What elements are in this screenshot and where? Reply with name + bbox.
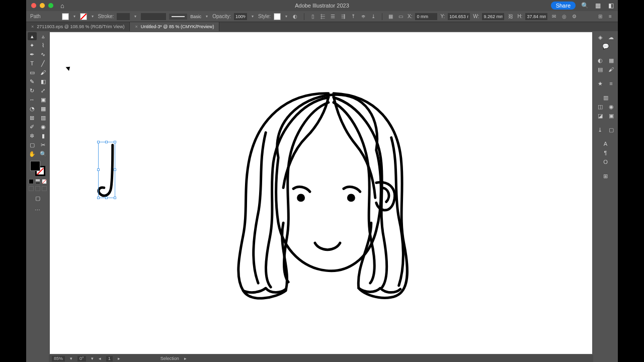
opentype-panel-icon[interactable]: O xyxy=(602,158,610,166)
search-icon[interactable]: 🔍 xyxy=(581,2,589,9)
pref-icon[interactable]: ⚙ xyxy=(571,13,578,20)
zoom-tool[interactable]: 🔍 xyxy=(39,150,48,158)
fill-swatch[interactable] xyxy=(62,13,69,20)
status-menu-icon[interactable]: ▸ xyxy=(184,356,187,361)
align-right-icon[interactable]: ⇶ xyxy=(340,13,347,20)
artboard-number[interactable]: 1 xyxy=(106,356,113,361)
fill-dropdown-icon[interactable]: ▾ xyxy=(72,14,77,19)
draw-normal-icon[interactable] xyxy=(29,186,34,191)
paintbrush-tool[interactable]: 🖌 xyxy=(39,68,48,76)
document-tab[interactable]: × 2711903.eps @ 108.98 % (RGB/Trim View) xyxy=(26,22,130,31)
brush-definition[interactable] xyxy=(169,14,187,20)
properties-panel-icon[interactable]: ◈ xyxy=(596,33,604,41)
align-left-icon[interactable]: ⬱ xyxy=(319,13,327,20)
eyedropper-tool[interactable]: ✐ xyxy=(28,123,37,131)
line-tool[interactable]: ╱ xyxy=(39,59,48,67)
blend-tool[interactable]: ◉ xyxy=(39,123,48,131)
symbol-sprayer-tool[interactable]: ✲ xyxy=(28,132,37,140)
artboard-next-icon[interactable]: ▸ xyxy=(118,356,120,361)
envelope-icon[interactable]: ✉ xyxy=(550,13,557,20)
stroke-weight-dd-icon[interactable]: ▾ xyxy=(133,14,138,19)
layers-panel-icon[interactable]: ▣ xyxy=(607,112,615,120)
edit-toolbar-icon[interactable]: ⋯ xyxy=(33,206,42,214)
artboard-prev-icon[interactable]: ◂ xyxy=(99,356,101,361)
curvature-tool[interactable]: ∿ xyxy=(39,50,48,58)
align-bottom-icon[interactable]: ⤓ xyxy=(370,13,377,20)
symbols-panel-icon[interactable]: ★ xyxy=(596,79,604,87)
comments-panel-icon[interactable]: 💬 xyxy=(602,42,610,50)
canvas-area[interactable] xyxy=(49,31,593,355)
stroke-panel-icon[interactable]: ≡ xyxy=(607,79,615,87)
artboard[interactable] xyxy=(50,32,592,354)
align-vcenter-icon[interactable]: ≑ xyxy=(360,13,367,20)
transparency-panel-icon[interactable]: ◫ xyxy=(596,103,604,111)
isolate-icon[interactable]: ◎ xyxy=(560,13,568,20)
minimize-window-button[interactable] xyxy=(40,3,45,8)
link-wh-icon[interactable]: ⛓ xyxy=(507,13,514,20)
style-dd-icon[interactable]: ▾ xyxy=(284,14,289,19)
document-tab[interactable]: × Untitled-3* @ 85 % (CMYK/Preview) xyxy=(130,22,219,31)
character-panel-icon[interactable]: A xyxy=(602,140,610,148)
perspective-tool[interactable]: ▦ xyxy=(39,105,48,113)
align-panel-icon[interactable]: ⊞ xyxy=(602,172,610,180)
stroke-weight-input[interactable] xyxy=(117,13,130,20)
graphic-styles-icon[interactable]: ◪ xyxy=(596,112,604,120)
panel-menu-icon[interactable]: ≡ xyxy=(607,13,614,20)
draw-behind-icon[interactable] xyxy=(35,186,40,191)
snap-options-icon[interactable]: ⊞ xyxy=(597,13,604,20)
shape-builder-tool[interactable]: ◔ xyxy=(28,105,37,113)
home-icon[interactable]: ⌂ xyxy=(60,2,64,10)
style-swatch[interactable] xyxy=(274,13,281,20)
none-mode-icon[interactable] xyxy=(42,179,47,184)
y-input[interactable] xyxy=(448,13,470,20)
brushes-panel-icon[interactable]: 🖌 xyxy=(607,65,615,73)
gradient-panel-icon[interactable]: ▥ xyxy=(602,94,610,102)
rotate-view[interactable]: 0° xyxy=(77,356,86,361)
type-tool[interactable]: T xyxy=(28,59,37,67)
appearance-panel-icon[interactable]: ◉ xyxy=(607,103,615,111)
color-panel-icon[interactable]: ◐ xyxy=(596,56,604,64)
transform-icon[interactable]: ▦ xyxy=(387,13,394,20)
column-graph-tool[interactable]: ▮ xyxy=(39,132,48,140)
mesh-tool[interactable]: ⊞ xyxy=(28,114,37,122)
x-input[interactable] xyxy=(415,13,437,20)
width-tool[interactable]: ↔ xyxy=(28,96,37,104)
selection-bounding-box[interactable] xyxy=(98,142,115,198)
fill-color-box[interactable] xyxy=(30,161,40,171)
shaper-tool[interactable]: ✎ xyxy=(28,77,37,85)
stroke-swatch[interactable] xyxy=(80,13,87,20)
asset-export-icon[interactable]: ⤓ xyxy=(596,126,604,134)
paragraph-panel-icon[interactable]: ¶ xyxy=(602,149,610,157)
hand-tool[interactable]: ✋ xyxy=(28,150,37,158)
direct-selection-tool[interactable]: ▵ xyxy=(39,32,48,40)
opacity-dd-icon[interactable]: ▾ xyxy=(250,14,255,19)
draw-inside-icon[interactable] xyxy=(42,186,47,191)
screen-mode-icon[interactable]: ▢ xyxy=(33,194,42,202)
share-button[interactable]: Share xyxy=(551,2,576,10)
lasso-tool[interactable]: ⌇ xyxy=(39,41,48,49)
variable-width-profile[interactable] xyxy=(141,13,166,20)
align-hcenter-icon[interactable]: ☰ xyxy=(330,13,337,20)
shape-icon[interactable]: ▭ xyxy=(397,13,405,20)
magic-wand-tool[interactable]: ✦ xyxy=(28,41,37,49)
rotate-tool[interactable]: ↻ xyxy=(28,86,37,95)
color-mode-icon[interactable] xyxy=(29,179,34,184)
eraser-tool[interactable]: ◧ xyxy=(39,77,48,85)
recolor-icon[interactable]: ◐ xyxy=(292,13,299,20)
zoom-level[interactable]: 85% xyxy=(52,356,65,361)
selection-tool[interactable]: ▴ xyxy=(28,32,37,40)
zoom-dd-icon[interactable]: ▾ xyxy=(70,356,72,361)
align-to-icon[interactable]: ▯ xyxy=(309,13,316,20)
brush-dd-icon[interactable]: ▾ xyxy=(204,14,209,19)
rotate-dd-icon[interactable]: ▾ xyxy=(91,356,94,361)
maximize-window-button[interactable] xyxy=(48,3,53,8)
color-guide-icon[interactable]: ▦ xyxy=(607,56,615,64)
close-tab-icon[interactable]: × xyxy=(31,24,34,29)
libraries-panel-icon[interactable]: ☁ xyxy=(607,33,615,41)
rectangle-tool[interactable]: ▭ xyxy=(28,68,37,76)
h-input[interactable] xyxy=(525,13,547,20)
fill-stroke-control[interactable] xyxy=(30,161,45,176)
opacity-input[interactable] xyxy=(234,13,247,20)
swatches-panel-icon[interactable]: ▤ xyxy=(596,65,604,73)
close-window-button[interactable] xyxy=(31,3,36,8)
